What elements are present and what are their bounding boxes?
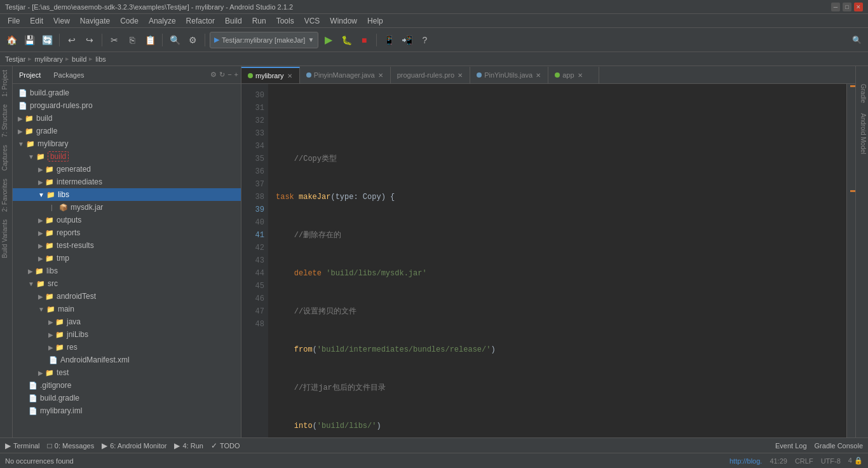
sidebar-collapse-btn[interactable]: −: [227, 71, 231, 79]
status-tab-todo[interactable]: ✓ TODO: [211, 441, 240, 450]
toolbar-copy-btn[interactable]: ⎘: [125, 32, 140, 48]
cm-33: //删除存在的: [294, 231, 341, 240]
menu-window[interactable]: Window: [325, 15, 362, 27]
run-button[interactable]: ▶: [321, 32, 336, 48]
toolbar-search-btn[interactable]: 🔍: [849, 32, 864, 48]
tab-close-mylibrary[interactable]: ✕: [287, 72, 293, 80]
tab-proguard[interactable]: proguard-rules.pro ✕: [391, 67, 471, 83]
menu-navigate[interactable]: Navigate: [75, 15, 115, 27]
menu-refactor[interactable]: Refactor: [181, 15, 220, 27]
tree-item-reports[interactable]: ▶ 📁 reports: [13, 226, 241, 239]
favorites-panel-btn[interactable]: 2: Favorites: [0, 175, 12, 216]
menu-file[interactable]: File: [3, 15, 25, 27]
menu-analyze[interactable]: Analyze: [144, 15, 181, 27]
tree-label-src: src: [48, 279, 58, 288]
breadcrumb-build[interactable]: build: [72, 55, 86, 63]
tree-item-intermediates[interactable]: ▶ 📁 intermediates: [13, 176, 241, 188]
tree-item-gradle-folder[interactable]: ▶ 📁 gradle: [13, 125, 241, 137]
maximize-button[interactable]: □: [843, 3, 851, 11]
toolbar-redo-btn[interactable]: ↪: [82, 32, 97, 48]
menu-build[interactable]: Build: [220, 15, 247, 27]
tab-close-app[interactable]: ✕: [577, 71, 583, 79]
tab-pinyinutils[interactable]: PinYinUtils.java ✕: [470, 67, 548, 83]
breadcrumb-libs[interactable]: libs: [95, 55, 106, 63]
code-line-33: //删除存在的: [276, 229, 839, 242]
tree-item-proguard[interactable]: 📄 proguard-rules.pro: [13, 99, 241, 112]
toolbar-save-btn[interactable]: 💾: [22, 32, 37, 48]
status-tab-terminal[interactable]: ▶ Terminal: [5, 441, 40, 450]
toolbar-cut-btn[interactable]: ✂: [107, 32, 122, 48]
toolbar-find-btn[interactable]: 🔍: [167, 32, 182, 48]
menu-edit[interactable]: Edit: [25, 15, 48, 27]
tree-item-tmp[interactable]: ▶ 📁 tmp: [13, 252, 241, 265]
toolbar-home-btn[interactable]: 🏠: [4, 32, 19, 48]
status-tab-android-monitor[interactable]: ▶ 6: Android Monitor: [102, 441, 166, 450]
toolbar-struct-btn[interactable]: ⚙: [185, 32, 200, 48]
tree-item-java[interactable]: ▶ 📁 java: [13, 315, 241, 328]
tab-close-pinyinmanager[interactable]: ✕: [377, 71, 384, 79]
tab-mylibrary[interactable]: mylibrary ✕: [241, 67, 300, 83]
code-editor[interactable]: //Copy类型 task makeJar(type: Copy) { //删除…: [268, 84, 846, 437]
tab-close-proguard[interactable]: ✕: [457, 71, 463, 79]
tree-item-build-gradle-root[interactable]: 📄 build.gradle: [13, 86, 241, 99]
close-button[interactable]: ✕: [854, 3, 863, 11]
toolbar-undo-btn[interactable]: ↩: [64, 32, 79, 48]
bc-sep2: ▸: [65, 55, 69, 63]
tree-item-test-results[interactable]: ▶ 📁 test-results: [13, 239, 241, 252]
tree-item-outputs[interactable]: ▶ 📁 outputs: [13, 214, 241, 226]
tree-item-mylibrary[interactable]: ▼ 📁 mylibrary: [13, 137, 241, 150]
project-panel-btn[interactable]: 1: Project: [0, 66, 12, 100]
status-tab-messages[interactable]: □ 0: Messages: [48, 441, 95, 450]
toolbar-help-btn[interactable]: ?: [417, 32, 432, 48]
sidebar-sync-btn[interactable]: ↻: [219, 71, 225, 79]
structure-panel-btn[interactable]: 7: Structure: [0, 100, 12, 141]
tab-close-pinyinutils[interactable]: ✕: [535, 71, 541, 79]
tree-item-gitignore[interactable]: 📄 .gitignore: [13, 379, 241, 392]
menu-vcs[interactable]: VCS: [299, 15, 325, 27]
menu-code[interactable]: Code: [115, 15, 144, 27]
sidebar-tab-project[interactable]: Project: [15, 70, 44, 80]
tab-pinyinmanager[interactable]: PinyinManager.java ✕: [300, 67, 391, 83]
tree-item-mysdk[interactable]: | 📦 mysdk.jar: [13, 201, 241, 214]
menu-tools[interactable]: Tools: [271, 15, 299, 27]
tree-item-generated[interactable]: ▶ 📁 generated: [13, 163, 241, 176]
status-tab-run[interactable]: ▶ 4: Run: [174, 441, 203, 450]
android-model-panel-btn[interactable]: Android Model: [856, 108, 868, 159]
tree-item-mylibrary-iml[interactable]: 📄 mylibrary.iml: [13, 404, 241, 417]
toolbar-paste-btn[interactable]: 📋: [142, 32, 158, 48]
tree-item-android-manifest[interactable]: 📄 AndroidManifest.xml: [13, 354, 241, 366]
sidebar-tab-packages[interactable]: Packages: [50, 70, 88, 80]
toolbar-sync-btn[interactable]: 🔄: [39, 32, 55, 48]
breadcrumb-mylibrary[interactable]: mylibrary: [34, 55, 63, 63]
breadcrumb-testjar[interactable]: Testjar: [5, 55, 25, 63]
tree-item-jnilibs[interactable]: ▶ 📁 jniLibs: [13, 328, 241, 341]
run-config-dropdown[interactable]: ▶ Testjar:mylibrary [makeJar] ▼: [210, 32, 318, 48]
tree-item-src[interactable]: ▼ 📁 src: [13, 277, 241, 290]
tree-item-test[interactable]: ▶ 📁 test: [13, 366, 241, 379]
menu-view[interactable]: View: [48, 15, 75, 27]
tab-app[interactable]: app ✕: [548, 67, 599, 83]
gradle-panel-btn[interactable]: Gradle: [856, 79, 868, 108]
tree-item-res[interactable]: ▶ 📁 res: [13, 341, 241, 354]
tree-item-main[interactable]: ▼ 📁 main: [13, 303, 241, 315]
menu-help[interactable]: Help: [362, 15, 388, 27]
toolbar-sdk-btn[interactable]: 📱: [381, 32, 397, 48]
build-variants-panel-btn[interactable]: Build Variants: [0, 216, 12, 262]
sidebar-settings-btn[interactable]: ⚙: [210, 71, 217, 79]
sidebar-expand-btn[interactable]: +: [234, 71, 238, 79]
tree-item-build-sub[interactable]: ▼ 📁 build: [13, 150, 241, 163]
tree-item-build-gradle-lib[interactable]: 📄 build.gradle: [13, 392, 241, 404]
toolbar-sep1: [59, 34, 60, 46]
gradle-console-link[interactable]: Gradle Console: [815, 442, 863, 450]
tree-item-android-test[interactable]: ▶ 📁 androidTest: [13, 290, 241, 303]
tree-item-libs-sub[interactable]: ▼ 📁 libs: [13, 188, 241, 201]
stop-button[interactable]: ■: [356, 32, 372, 48]
minimize-button[interactable]: ─: [831, 3, 840, 11]
tree-item-build-folder[interactable]: ▶ 📁 build: [13, 112, 241, 125]
captures-panel-btn[interactable]: Captures: [0, 141, 12, 175]
menu-run[interactable]: Run: [247, 15, 271, 27]
tree-item-libs-root[interactable]: ▶ 📁 libs: [13, 265, 241, 277]
toolbar-avd-btn[interactable]: 📲: [399, 32, 414, 48]
debug-button[interactable]: 🐛: [339, 32, 354, 48]
event-log-link[interactable]: Event Log: [775, 442, 807, 450]
